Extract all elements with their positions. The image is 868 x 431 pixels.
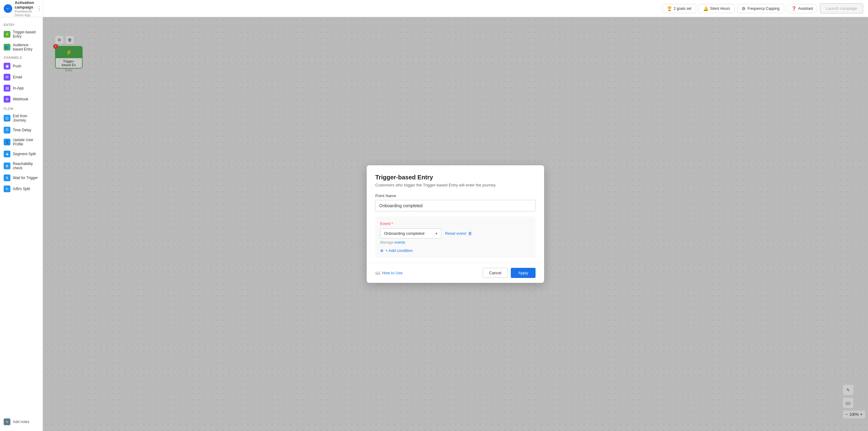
email-icon: ✉ (4, 74, 10, 81)
back-button[interactable]: ← (4, 4, 12, 13)
trigger-entry-icon: ⚡ (4, 31, 10, 38)
entry-section-label: ENTRY (0, 21, 42, 28)
inapp-icon: ▤ (4, 85, 10, 91)
audience-entry-label: Audience-based Entry (13, 43, 39, 51)
sidebar-item-wait-trigger[interactable]: ↯ Wait for Trigger (0, 172, 42, 183)
sidebar-item-exit-journey[interactable]: ⊡ Exit from Journey (0, 112, 42, 124)
sidebar-item-time-delay[interactable]: ⏱ Time Delay (0, 124, 42, 136)
exit-journey-icon: ⊡ (4, 115, 10, 121)
push-label: Push (13, 64, 21, 68)
email-label: Email (13, 75, 22, 79)
sidebar-item-trigger-entry[interactable]: ⚡ Trigger-based Entry (0, 28, 42, 41)
point-name-label: Point Name (375, 194, 434, 198)
update-profile-label: Update User Profile (13, 138, 39, 146)
topbar-menu-icon[interactable]: ⋮ (36, 4, 42, 13)
time-delay-label: Time Delay (13, 128, 31, 132)
abn-split-icon: % (4, 185, 10, 192)
channels-section-label: CHANNELS (0, 54, 42, 61)
sidebar-item-segment-split[interactable]: ◈ Segment Split (0, 148, 42, 160)
modal-overlay: Trigger-based Entry Customers who trigge… (43, 17, 434, 216)
reachability-label: Reachability check (13, 162, 39, 170)
point-name-input[interactable] (375, 200, 434, 211)
inapp-label: In-App (13, 86, 24, 90)
reachability-icon: ⊕ (4, 163, 10, 169)
wait-trigger-label: Wait for Trigger (13, 176, 38, 180)
modal-subtitle: Customers who trigger the Trigger-based … (375, 183, 434, 187)
time-delay-icon: ⏱ (4, 127, 10, 134)
sidebar: ENTRY ⚡ Trigger-based Entry 👥 Audience-b… (0, 17, 43, 216)
modal-title: Trigger-based Entry (375, 174, 434, 181)
audience-entry-icon: 👥 (4, 44, 10, 51)
webhook-icon: ⚙ (4, 96, 10, 103)
webhook-label: Webhook (13, 97, 28, 101)
topbar-title: Activation campaign Pushwoosh Demo App (15, 0, 34, 17)
segment-split-icon: ◈ (4, 151, 10, 157)
sidebar-item-push[interactable]: ▣ Push (0, 61, 42, 71)
app-subtitle: Pushwoosh Demo App (15, 9, 34, 17)
modal-body: Trigger-based Entry Customers who trigge… (367, 165, 434, 216)
exit-journey-label: Exit from Journey (13, 114, 39, 122)
flow-section-label: FLOW (0, 105, 42, 112)
trigger-entry-label: Trigger-based Entry (13, 30, 39, 38)
sidebar-item-audience-entry[interactable]: 👥 Audience-based Entry (0, 41, 42, 54)
campaign-name: Activation campaign (15, 0, 34, 9)
topbar: ← Activation campaign Pushwoosh Demo App… (0, 0, 434, 17)
topbar-right: 🏆 2 goals set 🔔 Silent Hours ⚙ Frequency… (43, 3, 434, 13)
update-profile-icon: 👤 (4, 139, 10, 145)
sidebar-item-inapp[interactable]: ▤ In-App (0, 83, 42, 94)
push-icon: ▣ (4, 63, 10, 69)
modal-dialog: Trigger-based Entry Customers who trigge… (367, 165, 434, 216)
sidebar-item-update-profile[interactable]: 👤 Update User Profile (0, 136, 42, 148)
sidebar-item-webhook[interactable]: ⚙ Webhook (0, 94, 42, 105)
sidebar-item-reachability[interactable]: ⊕ Reachability check (0, 160, 42, 172)
topbar-left: ← Activation campaign Pushwoosh Demo App… (0, 0, 43, 17)
abn-split-label: A/B/n Split (13, 187, 30, 191)
wait-trigger-icon: ↯ (4, 174, 10, 181)
sidebar-item-email[interactable]: ✉ Email (0, 71, 42, 83)
sidebar-item-abn-split[interactable]: % A/B/n Split (0, 183, 42, 194)
segment-split-label: Segment Split (13, 152, 36, 156)
